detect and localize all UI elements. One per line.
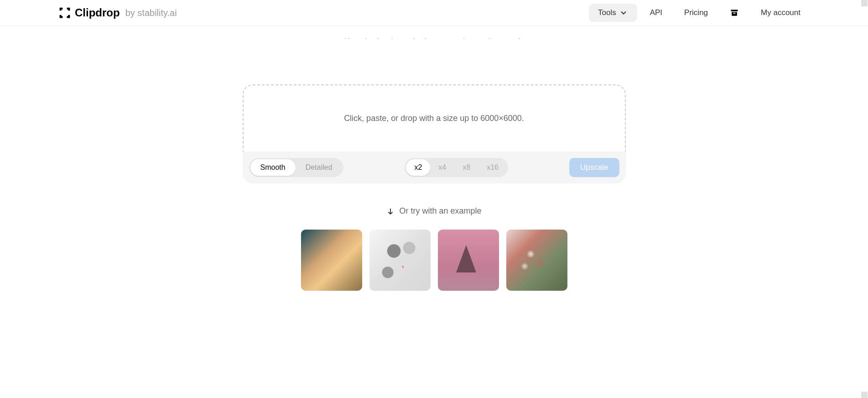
nav-account-label: My account — [761, 8, 800, 17]
nav-account[interactable]: My account — [752, 4, 810, 22]
chevron-down-icon — [619, 8, 628, 17]
examples-row — [243, 230, 626, 291]
nav-pricing-label: Pricing — [684, 8, 708, 17]
svg-rect-1 — [732, 12, 737, 16]
page-subtitle: Upscale, denoise and enhance your images… — [243, 35, 626, 39]
arrow-down-icon — [386, 207, 395, 215]
example-pink-geometry[interactable] — [438, 230, 499, 291]
logo-subtitle: by stability.ai — [125, 8, 177, 18]
svg-rect-2 — [733, 13, 736, 14]
logo-text: Clipdrop — [75, 6, 120, 19]
mode-toggle: Smooth Detailed — [249, 158, 344, 177]
scale-x4-button[interactable]: x4 — [430, 159, 454, 176]
svg-rect-0 — [731, 10, 738, 11]
examples-label-row: Or try with an example — [243, 206, 626, 216]
dropzone[interactable]: Click, paste, or drop with a size up to … — [243, 84, 626, 152]
nav-tools-label: Tools — [598, 8, 616, 17]
examples-label: Or try with an example — [399, 206, 481, 216]
scroll-up-button[interactable] — [861, 0, 868, 6]
mode-detailed-button[interactable]: Detailed — [296, 159, 343, 176]
nav-api[interactable]: API — [641, 4, 671, 22]
mode-smooth-button[interactable]: Smooth — [250, 159, 296, 176]
nav-api-label: API — [650, 8, 662, 17]
scale-toggle: x2 x4 x8 x16 — [405, 158, 508, 177]
nav: Tools API Pricing My account — [589, 4, 810, 22]
nav-tools[interactable]: Tools — [589, 4, 637, 22]
main: Upscale, denoise and enhance your images… — [234, 26, 635, 309]
example-woman-sunglasses[interactable] — [301, 230, 362, 291]
upload-panel: Click, paste, or drop with a size up to … — [243, 84, 626, 183]
scrollbar[interactable] — [861, 0, 868, 309]
scale-x16-button[interactable]: x16 — [478, 159, 507, 176]
clipdrop-logo-icon — [58, 6, 71, 19]
example-flowers-bouquet[interactable] — [506, 230, 567, 291]
scale-x2-button[interactable]: x2 — [406, 159, 430, 176]
scale-x8-button[interactable]: x8 — [454, 159, 478, 176]
controls-row: Smooth Detailed x2 x4 x8 x16 Upscale — [243, 152, 626, 183]
nav-archive[interactable] — [721, 4, 748, 22]
archive-icon — [730, 8, 739, 17]
example-coffee-flatlay[interactable] — [369, 230, 431, 291]
header: Clipdrop by stability.ai Tools API Prici… — [0, 0, 868, 26]
logo[interactable]: Clipdrop by stability.ai — [58, 6, 177, 19]
dropzone-text: Click, paste, or drop with a size up to … — [344, 114, 524, 123]
cursor-pointer-icon — [400, 263, 406, 272]
nav-pricing[interactable]: Pricing — [675, 4, 717, 22]
upscale-button[interactable]: Upscale — [569, 158, 619, 177]
